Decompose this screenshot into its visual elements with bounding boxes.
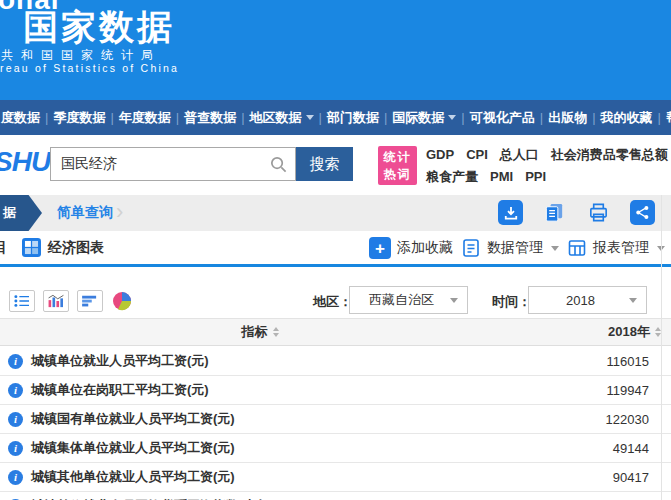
filters: 地区： 西藏自治区 时间： 2018 (0, 286, 671, 314)
info-icon[interactable] (8, 470, 23, 485)
region-label: 地区： (313, 293, 352, 311)
time-select[interactable]: 2018 (528, 286, 647, 314)
info-icon[interactable] (8, 354, 23, 369)
plus-icon: + (369, 237, 391, 259)
nav-item-regional[interactable]: 地区数据 (250, 109, 327, 127)
table-row: 城镇其他单位就业人员平均工资(元) 90417 (0, 463, 671, 492)
region-select[interactable]: 西藏自治区 (349, 286, 468, 314)
info-icon[interactable] (8, 412, 23, 427)
chevron-down-icon (448, 115, 456, 120)
indicator-label: 城镇其他单位就业人员平均工资(元) (31, 468, 235, 486)
indicator-label: 城镇单位就业人员平均工资(元) (31, 352, 209, 370)
hot-word-gdp[interactable]: GDP (426, 144, 454, 165)
chevron-down-icon (450, 298, 458, 303)
nav-item-help[interactable]: 帮助 (666, 109, 671, 127)
year-column-header[interactable]: 2018年 (520, 323, 671, 341)
shu-logo: SHU (0, 146, 50, 178)
add-favorite-button[interactable]: + 添加收藏 (369, 237, 453, 259)
share-icon[interactable] (630, 200, 655, 225)
table-row: 城镇集体单位就业人员平均工资(元) 49144 (0, 434, 671, 463)
chevron-down-icon (551, 246, 559, 251)
nav-item-quarterly[interactable]: 季度数据 (53, 109, 118, 127)
grid-chart-icon (22, 238, 41, 257)
hot-word-ppi[interactable]: PPI (525, 166, 546, 187)
toolbar: 地区： 西藏自治区 时间： 2018 (0, 267, 671, 318)
nav-item-monthly[interactable]: 度数据 (1, 109, 53, 127)
indicator-column-header[interactable]: 指标 (0, 323, 520, 341)
print-icon[interactable] (586, 200, 611, 225)
chevron-down-icon (306, 115, 314, 120)
indicator-label: 城镇集体单位就业人员平均工资(元) (31, 439, 235, 457)
data-management-menu[interactable]: 数据管理 (461, 238, 559, 258)
table-header: 指标 2018年 (0, 318, 671, 346)
search-section: SHU 搜索 统计 热词 GDP CPI 总人口 社会消费品零售总额 粮食产量 … (0, 135, 671, 195)
site-logo-title: 国家数据 (23, 4, 175, 51)
main-nav: 度数据 季度数据 年度数据 普查数据 地区数据 部门数据 国际数据 可视化产品 … (0, 100, 671, 135)
info-icon[interactable] (8, 441, 23, 456)
search-button[interactable]: 搜索 (296, 147, 353, 181)
hot-words-badge: 统计 热词 (378, 146, 417, 185)
copy-icon[interactable] (542, 200, 567, 225)
nav-item-census[interactable]: 普查数据 (184, 109, 249, 127)
tab-right-actions: + 添加收藏 数据管理 报表管理 (369, 237, 665, 259)
breadcrumb-root[interactable]: 据 (0, 195, 42, 231)
hot-words-list: GDP CPI 总人口 社会消费品零售总额 粮食产量 PMI PPI (426, 144, 670, 187)
table-icon (567, 238, 587, 258)
download-icon[interactable] (498, 200, 523, 225)
table-row: 城镇单位就业人员平均货币工资指数(上年=100) 108.5 (0, 492, 671, 500)
nav-item-international[interactable]: 国际数据 (392, 109, 469, 127)
hot-word-population[interactable]: 总人口 (500, 144, 539, 165)
info-icon[interactable] (8, 383, 23, 398)
sort-icon[interactable] (273, 327, 279, 337)
nav-item-visualization[interactable]: 可视化产品 (470, 109, 548, 127)
table-row: 城镇单位就业人员平均工资(元) 116015 (0, 347, 671, 376)
hot-word-pmi[interactable]: PMI (490, 166, 513, 187)
search-box (50, 147, 296, 181)
hot-word-grain[interactable]: 粮食产量 (426, 166, 478, 187)
nav-item-departmental[interactable]: 部门数据 (327, 109, 392, 127)
document-icon (461, 238, 481, 258)
breadcrumb-current[interactable]: 简单查询 (57, 195, 113, 231)
action-icon-bar (498, 200, 655, 225)
breadcrumb-bar: 据 简单查询 › (0, 195, 671, 231)
indicator-value: 90417 (613, 470, 671, 485)
hot-word-cpi[interactable]: CPI (466, 144, 488, 165)
chevron-down-icon (629, 298, 637, 303)
nav-item-annual[interactable]: 年度数据 (119, 109, 184, 127)
content-right-divider (661, 195, 662, 500)
nav-item-publications[interactable]: 出版物 (548, 109, 600, 127)
table-row: 城镇国有单位就业人员平均工资(元) 122030 (0, 405, 671, 434)
breadcrumb-chevron-icon: › (116, 199, 123, 225)
report-management-menu[interactable]: 报表管理 (567, 238, 665, 258)
tab-bar: 目 经济图表 + 添加收藏 数据管理 报表管理 (0, 231, 671, 267)
nav-item-favorites[interactable]: 我的收藏 (601, 109, 666, 127)
tab-partial-text: 目 (0, 239, 7, 257)
indicator-table: 城镇单位就业人员平均工资(元) 116015 城镇单位在岗职工平均工资(元) 1… (0, 347, 671, 500)
indicator-value: 49144 (613, 441, 671, 456)
indicator-label: 城镇国有单位就业人员平均工资(元) (31, 410, 235, 428)
indicator-label: 城镇单位在岗职工平均工资(元) (31, 381, 209, 399)
search-input[interactable] (51, 148, 295, 180)
search-icon (269, 155, 288, 174)
table-row: 城镇单位在岗职工平均工资(元) 119947 (0, 376, 671, 405)
time-label: 时间： (492, 293, 531, 311)
site-subtitle-en: reau of Statistics of China (0, 62, 179, 74)
tab-economic-charts[interactable]: 经济图表 (22, 238, 104, 257)
hot-word-retail[interactable]: 社会消费品零售总额 (551, 144, 668, 165)
site-header: onal 国家数据 共和国国家统计局 reau of Statistics of… (0, 0, 671, 100)
